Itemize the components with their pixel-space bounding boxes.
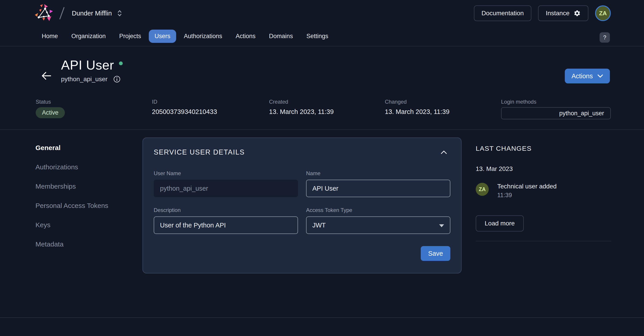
- chevron-up-icon: [440, 150, 447, 155]
- sidebar-item-memberships[interactable]: Memberships: [36, 183, 132, 190]
- login-methods-label: Login methods: [501, 99, 611, 105]
- meta-created: Created 13. March 2023, 11:39: [269, 99, 334, 115]
- unfold-icon: [117, 10, 122, 17]
- tab-users[interactable]: Users: [149, 30, 176, 43]
- changes-date: 13. Mar 2023: [476, 165, 611, 172]
- instance-button[interactable]: Instance: [538, 5, 588, 21]
- description-input[interactable]: [154, 216, 298, 234]
- help-button[interactable]: ?: [600, 32, 610, 43]
- meta-status: Status Active: [36, 99, 65, 118]
- name-input[interactable]: [306, 180, 450, 197]
- org-switcher[interactable]: Dunder Mifflin: [69, 7, 126, 19]
- change-entry-time: 11:39: [497, 192, 557, 199]
- id-value: 205003739340210433: [152, 108, 217, 115]
- change-entry-avatar: ZA: [476, 183, 489, 196]
- info-icon[interactable]: [113, 76, 120, 83]
- tab-actions[interactable]: Actions: [230, 30, 262, 43]
- user-avatar[interactable]: ZA: [595, 5, 611, 21]
- tab-domains[interactable]: Domains: [263, 30, 299, 43]
- sidebar-item-general[interactable]: General: [36, 144, 132, 152]
- changed-value: 13. March 2023, 11:39: [385, 108, 450, 115]
- user-name-label: User Name: [154, 170, 298, 177]
- tab-authorizations[interactable]: Authorizations: [178, 30, 228, 43]
- detail-sidenav: General Authorizations Memberships Perso…: [36, 144, 132, 248]
- service-user-details-card: SERVICE USER DETAILS User Name Name Desc…: [142, 137, 462, 273]
- topbar-right: Documentation Instance ZA: [474, 5, 611, 21]
- user-avatar-initials: ZA: [599, 10, 607, 17]
- access-token-type-label: Access Token Type: [306, 207, 450, 213]
- save-button[interactable]: Save: [421, 246, 450, 261]
- select-caret-icon: [439, 224, 444, 227]
- details-form: User Name Name Description Access Token …: [154, 170, 450, 234]
- change-entry-text: Technical user added: [497, 183, 557, 190]
- change-entry-avatar-initials: ZA: [479, 186, 486, 192]
- meta-id: ID 205003739340210433: [152, 99, 217, 115]
- tab-projects[interactable]: Projects: [113, 30, 147, 43]
- instance-button-label: Instance: [546, 10, 570, 17]
- card-title: SERVICE USER DETAILS: [154, 148, 245, 156]
- active-status-dot-icon: [119, 61, 123, 65]
- footer-divider: [0, 317, 644, 318]
- topbar: Dunder Mifflin Documentation Instance ZA: [0, 0, 644, 46]
- card-header: SERVICE USER DETAILS: [154, 148, 450, 156]
- zitadel-logo-icon[interactable]: [34, 3, 55, 23]
- documentation-button-label: Documentation: [482, 10, 524, 17]
- user-name-input: [154, 180, 298, 197]
- changed-label: Changed: [385, 99, 450, 105]
- tab-organization[interactable]: Organization: [66, 30, 112, 43]
- change-entry: ZA Technical user added 11:39: [476, 183, 611, 199]
- last-changes-title: LAST CHANGES: [476, 145, 611, 152]
- change-entry-body: Technical user added 11:39: [497, 183, 557, 199]
- status-label: Status: [36, 99, 65, 105]
- sidebar-item-authorizations[interactable]: Authorizations: [36, 163, 132, 171]
- main-nav: Home Organization Projects Users Authori…: [36, 30, 334, 43]
- load-more-button[interactable]: Load more: [476, 215, 524, 232]
- tab-settings[interactable]: Settings: [300, 30, 334, 43]
- changes-divider: [476, 241, 611, 241]
- field-access-token-type: Access Token Type JWT: [306, 207, 450, 234]
- access-token-type-value: JWT: [312, 222, 326, 229]
- meta-changed: Changed 13. March 2023, 11:39: [385, 99, 450, 115]
- field-description: Description: [154, 207, 298, 234]
- collapse-card-button[interactable]: [440, 148, 450, 156]
- description-label: Description: [154, 207, 298, 213]
- last-changes-panel: LAST CHANGES 13. Mar 2023 ZA Technical u…: [476, 145, 611, 241]
- back-button[interactable]: [40, 69, 52, 82]
- sidebar-item-keys[interactable]: Keys: [36, 221, 132, 229]
- actions-menu-button[interactable]: Actions: [565, 69, 610, 83]
- app: Dunder Mifflin Documentation Instance ZA: [0, 0, 644, 336]
- chevron-down-icon: [597, 74, 603, 78]
- login-method-chip[interactable]: python_api_user: [501, 107, 611, 119]
- page-subtitle: python_api_user: [61, 76, 108, 83]
- meta-login-methods: Login methods python_api_user: [501, 99, 611, 119]
- sidebar-item-metadata[interactable]: Metadata: [36, 241, 132, 248]
- created-label: Created: [269, 99, 334, 105]
- breadcrumb-slash: [59, 7, 64, 19]
- sidebar-item-personal-access-tokens[interactable]: Personal Access Tokens: [36, 202, 132, 210]
- section-divider: [0, 129, 644, 130]
- name-label: Name: [306, 170, 450, 177]
- field-user-name: User Name: [154, 170, 298, 197]
- tab-home[interactable]: Home: [36, 30, 64, 43]
- topbar-left: Dunder Mifflin: [34, 3, 126, 23]
- id-label: ID: [152, 99, 217, 105]
- actions-menu-label: Actions: [572, 72, 593, 80]
- arrow-left-icon: [40, 70, 52, 82]
- field-name: Name: [306, 170, 450, 197]
- access-token-type-select[interactable]: JWT: [306, 216, 450, 234]
- org-name: Dunder Mifflin: [72, 10, 112, 17]
- created-value: 13. March 2023, 11:39: [269, 108, 334, 115]
- gear-icon: [574, 10, 581, 17]
- documentation-button[interactable]: Documentation: [474, 5, 531, 21]
- status-badge: Active: [36, 107, 65, 118]
- page-title: API User: [61, 57, 114, 72]
- card-actions: Save: [154, 246, 450, 261]
- title-block: API User python_api_user: [61, 57, 123, 83]
